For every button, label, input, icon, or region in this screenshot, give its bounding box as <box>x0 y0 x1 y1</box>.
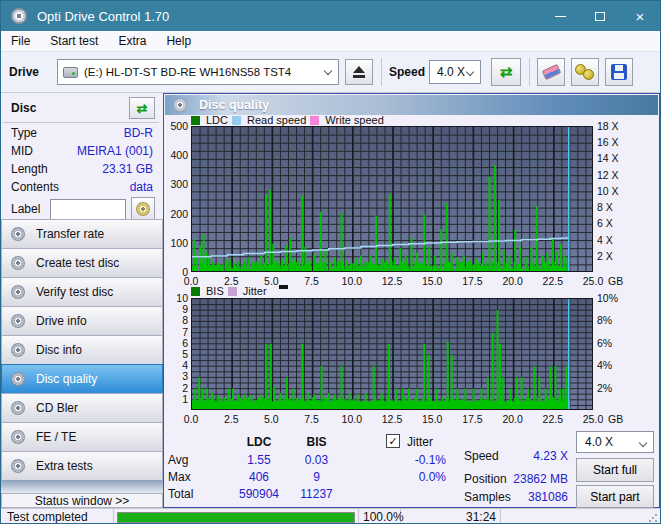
avg-bis-value: 0.03 <box>279 453 354 467</box>
y-axis-tick: 100 <box>164 237 188 249</box>
disc-icon <box>11 459 25 473</box>
sidebar-item-verify-test-disc[interactable]: Verify test disc <box>1 277 163 306</box>
right-axis-tick: 16 X <box>597 136 619 148</box>
disc-refresh-button[interactable]: ⇄ <box>129 97 155 119</box>
eject-button[interactable] <box>345 59 373 85</box>
x-axis-tick: 5.0 <box>255 413 287 425</box>
right-axis-tick: 10% <box>597 292 618 304</box>
y-axis-tick: 3 <box>164 370 188 382</box>
x-axis-tick: 10.0 <box>336 275 368 287</box>
sidebar-item-drive-info[interactable]: Drive info <box>1 306 163 335</box>
save-icon <box>611 64 627 80</box>
right-axis-tick: 18 X <box>597 120 619 132</box>
window-title: Opti Drive Control 1.70 <box>37 9 169 24</box>
disc-label-button[interactable] <box>131 197 155 221</box>
speed-select[interactable]: 4.0 X <box>429 60 481 84</box>
legend-swatch-read-speed <box>232 116 241 125</box>
x-axis-tick: 22.5 <box>537 413 569 425</box>
chevron-down-icon <box>466 68 474 76</box>
eraser-icon <box>541 64 561 80</box>
x-axis-tick: 17.5 <box>456 275 488 287</box>
max-bis-value: 9 <box>279 470 354 484</box>
sidebar-item-transfer-rate[interactable]: Transfer rate <box>1 219 163 248</box>
sidebar-item-label: FE / TE <box>36 430 76 444</box>
disc-mid-value: MEIRA1 (001) <box>77 144 153 160</box>
x-axis-tick: 7.5 <box>296 413 328 425</box>
chevron-down-icon <box>324 67 332 75</box>
menu-help[interactable]: Help <box>156 32 201 50</box>
sidebar-item-cd-bler[interactable]: CD Bler <box>1 393 163 422</box>
legend-label: BIS <box>206 285 224 297</box>
x-axis-tick: 20.0 <box>497 413 529 425</box>
maximize-button[interactable] <box>580 1 620 31</box>
close-icon: × <box>636 9 645 24</box>
right-axis-tick: 14 X <box>597 152 619 164</box>
samples-value: 381086 <box>488 490 568 504</box>
disc-panel-title: Disc <box>11 101 36 115</box>
disc-label-input[interactable] <box>50 199 126 220</box>
status-text: Test completed <box>1 509 114 524</box>
cd-icon <box>136 202 150 216</box>
maximize-icon <box>595 12 605 21</box>
sidebar-item-label: Extra tests <box>36 459 93 473</box>
refresh-button[interactable]: ⇄ <box>491 58 521 86</box>
bottom-chart-block: 123456789102%4%6%8%10%0.02.55.07.510.012… <box>164 298 661 433</box>
y-axis-tick: 7 <box>164 326 188 338</box>
sidebar-item-fe-te[interactable]: FE / TE <box>1 422 163 451</box>
disc-label-label: Label <box>11 202 40 216</box>
gears-icon <box>575 64 595 80</box>
menu-start-test[interactable]: Start test <box>40 32 108 50</box>
total-row-label: Total <box>168 487 193 501</box>
right-axis-tick: 8% <box>597 314 612 326</box>
settings-button[interactable] <box>571 58 599 86</box>
start-part-button[interactable]: Start part <box>576 485 654 508</box>
drive-label: Drive <box>9 65 39 79</box>
sidebar-item-extra-tests[interactable]: Extra tests <box>1 451 163 480</box>
progress-fill <box>118 513 354 522</box>
refresh-icon: ⇄ <box>137 101 148 116</box>
progress-percent: 100.0% <box>359 509 401 524</box>
start-full-button[interactable]: Start full <box>576 458 654 482</box>
y-axis-tick: 400 <box>164 149 188 161</box>
y-axis-tick: 5 <box>164 348 188 360</box>
minimize-button[interactable] <box>540 1 580 31</box>
resize-grip[interactable] <box>648 513 658 523</box>
legend-label: Write speed <box>325 114 384 126</box>
erase-disc-button[interactable] <box>537 58 565 86</box>
save-button[interactable] <box>605 58 633 86</box>
disc-icon <box>11 285 25 299</box>
panel-header: Disc quality <box>165 95 658 115</box>
menu-file[interactable]: File <box>1 32 40 50</box>
y-axis-tick: 200 <box>164 208 188 220</box>
x-axis-tick: 0.0 <box>175 413 207 425</box>
x-axis-tick: 22.5 <box>537 275 569 287</box>
right-axis-tick: 8 X <box>597 201 613 213</box>
status-bar: Test completed 100.0% 31:24 <box>1 508 660 524</box>
sidebar-item-disc-quality[interactable]: Disc quality <box>1 364 163 393</box>
disc-type-value: BD-R <box>124 126 153 142</box>
jitter-checkbox[interactable]: ✓ <box>386 434 400 448</box>
app-window: Opti Drive Control 1.70 × File Start tes… <box>0 0 661 524</box>
x-axis-unit: GB <box>608 413 623 425</box>
sidebar-item-create-test-disc[interactable]: Create test disc <box>1 248 163 277</box>
disc-icon <box>11 372 25 386</box>
status-window-button[interactable]: Status window >> <box>1 493 163 508</box>
divider <box>3 122 159 123</box>
y-axis-tick: 6 <box>164 337 188 349</box>
disc-icon <box>11 430 25 444</box>
test-speed-select[interactable]: 4.0 X <box>576 431 654 453</box>
disc-icon <box>11 256 25 270</box>
close-button[interactable]: × <box>620 1 660 31</box>
menu-extra[interactable]: Extra <box>108 32 156 50</box>
disc-icon <box>11 227 25 241</box>
elapsed-time: 31:24 <box>401 509 501 524</box>
x-axis-tick: 20.0 <box>497 275 529 287</box>
sidebar-item-disc-info[interactable]: Disc info <box>1 335 163 364</box>
legend-label: LDC <box>206 114 228 126</box>
legend-swatch-jitter <box>228 287 237 296</box>
y-axis-tick: 10 <box>164 292 188 304</box>
drive-select[interactable]: (E:) HL-DT-ST BD-RE WH16NS58 TST4 <box>57 59 339 85</box>
x-axis-tick: 2.5 <box>215 413 247 425</box>
sidebar-item-label: Disc info <box>36 343 82 357</box>
sidebar: Disc ⇄ Type BD-R MID MEIRA1 (001) Length… <box>1 93 163 508</box>
